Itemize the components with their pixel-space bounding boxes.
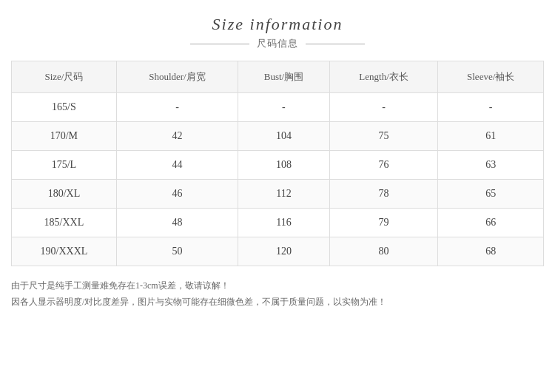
divider-left bbox=[190, 44, 249, 44]
table-cell-sleeve: 63 bbox=[438, 151, 544, 180]
table-cell-shoulder: 46 bbox=[116, 180, 238, 209]
footer-line2: 因各人显示器明度/对比度差异，图片与实物可能存在细微色差，不属于质量问题，以实物… bbox=[11, 294, 544, 311]
table-cell-shoulder: 48 bbox=[116, 209, 238, 237]
col-header-shoulder: Shoulder/肩宽 bbox=[116, 61, 238, 93]
table-cell-length: 80 bbox=[329, 237, 437, 266]
table-cell-sleeve: 66 bbox=[438, 209, 544, 237]
title-cn: 尺码信息 bbox=[257, 37, 298, 50]
table-cell-size: 185/XXL bbox=[12, 209, 117, 237]
table-cell-bust: 108 bbox=[238, 151, 330, 180]
footer-line1: 由于尺寸是纯手工测量难免存在1-3cm误差，敬请谅解！ bbox=[11, 278, 544, 294]
title-divider-wrapper: 尺码信息 bbox=[190, 37, 365, 50]
table-cell-shoulder: - bbox=[116, 93, 238, 122]
table-cell-sleeve: 68 bbox=[438, 237, 544, 266]
col-header-size: Size/尺码 bbox=[12, 61, 117, 93]
table-cell-bust: 116 bbox=[238, 209, 330, 237]
table-cell-length: 78 bbox=[329, 180, 437, 209]
col-header-sleeve: Sleevе/袖长 bbox=[438, 61, 544, 93]
table-row: 180/XL461127865 bbox=[12, 180, 544, 209]
table-cell-sleeve: 61 bbox=[438, 122, 544, 151]
table-cell-length: 75 bbox=[329, 122, 437, 151]
footer-text: 由于尺寸是纯手工测量难免存在1-3cm误差，敬请谅解！ 因各人显示器明度/对比度… bbox=[11, 278, 544, 310]
col-header-bust: Bust/胸围 bbox=[238, 61, 330, 93]
table-cell-sleeve: - bbox=[438, 93, 544, 122]
table-cell-bust: 104 bbox=[238, 122, 330, 151]
table-cell-bust: 112 bbox=[238, 180, 330, 209]
table-cell-length: - bbox=[329, 93, 437, 122]
table-cell-length: 79 bbox=[329, 209, 437, 237]
table-header-row: Size/尺码 Shoulder/肩宽 Bust/胸围 Length/衣长 Sl… bbox=[12, 61, 544, 93]
table-cell-bust: - bbox=[238, 93, 330, 122]
table-row: 190/XXXL501208068 bbox=[12, 237, 544, 266]
table-cell-size: 180/XL bbox=[12, 180, 117, 209]
table-cell-size: 190/XXXL bbox=[12, 237, 117, 266]
divider-right bbox=[306, 44, 365, 44]
title-en: Size information bbox=[212, 15, 343, 34]
page-wrapper: Size information 尺码信息 Size/尺码 Shoulder/肩… bbox=[0, 0, 555, 392]
size-table: Size/尺码 Shoulder/肩宽 Bust/胸围 Length/衣长 Sl… bbox=[11, 61, 544, 266]
table-cell-shoulder: 50 bbox=[116, 237, 238, 266]
table-row: 175/L441087663 bbox=[12, 151, 544, 180]
table-cell-length: 76 bbox=[329, 151, 437, 180]
table-cell-size: 175/L bbox=[12, 151, 117, 180]
table-cell-size: 165/S bbox=[12, 93, 117, 122]
table-row: 165/S---- bbox=[12, 93, 544, 122]
col-header-length: Length/衣长 bbox=[329, 61, 437, 93]
table-row: 185/XXL481167966 bbox=[12, 209, 544, 237]
table-cell-size: 170/M bbox=[12, 122, 117, 151]
table-cell-bust: 120 bbox=[238, 237, 330, 266]
table-cell-shoulder: 42 bbox=[116, 122, 238, 151]
table-row: 170/M421047561 bbox=[12, 122, 544, 151]
table-cell-shoulder: 44 bbox=[116, 151, 238, 180]
table-cell-sleeve: 65 bbox=[438, 180, 544, 209]
